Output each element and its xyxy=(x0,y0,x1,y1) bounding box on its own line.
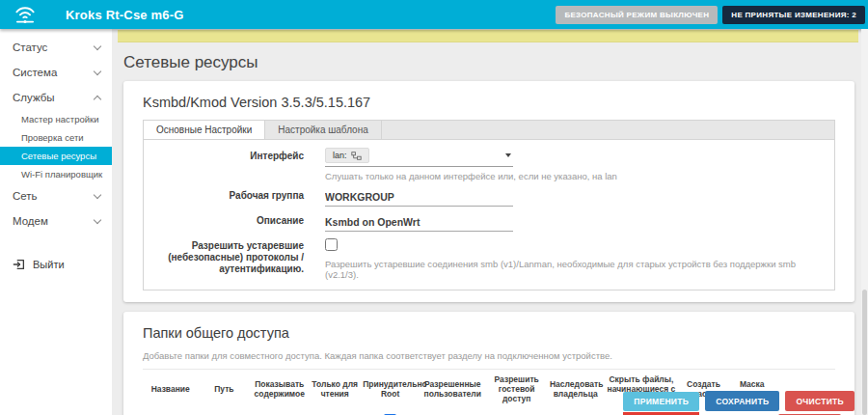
workgroup-input[interactable] xyxy=(325,189,513,207)
col-allowed-users: Разрешенные пользователи xyxy=(420,370,485,409)
sidebar-item-modem[interactable]: Модем xyxy=(0,208,112,234)
network-bridge-icon xyxy=(351,152,362,160)
sidebar: Статус Система Службы Мастер настройки П… xyxy=(0,29,112,415)
col-path: Путь xyxy=(198,370,250,409)
description-label: Описание xyxy=(157,212,304,232)
shared-folders-title: Папки общего доступа xyxy=(143,325,835,341)
workgroup-label: Рабочая группа xyxy=(157,187,304,207)
scrollbar-thumb[interactable] xyxy=(862,290,867,415)
shared-folders-description: Добавьте папки для совместного доступа. … xyxy=(143,350,835,361)
logout-icon xyxy=(13,258,26,271)
legacy-protocols-checkbox[interactable] xyxy=(325,238,338,251)
legacy-protocols-label: Разрешить устаревшие (небезопасные) прот… xyxy=(157,237,304,280)
legacy-protocols-hint: Разрешить устаревшие соединения smb (v1)… xyxy=(325,259,821,280)
sidebar-item-label: Сеть xyxy=(13,190,38,202)
interface-label: Интерфейс xyxy=(157,148,304,181)
apply-button[interactable]: ПРИМЕНИТЬ xyxy=(623,392,699,411)
notification-bar xyxy=(118,30,858,42)
col-browseable: Показывать содержимое xyxy=(250,370,309,409)
sidebar-subitem-network-check[interactable]: Проверка сети xyxy=(0,128,112,147)
col-name: Название xyxy=(143,370,198,409)
logout-label: Выйти xyxy=(33,259,65,270)
settings-tabbox: Основные Настройки Настройка шаблона Инт… xyxy=(143,120,835,290)
settings-tabbar: Основные Настройки Настройка шаблона xyxy=(144,121,834,140)
device-title: Kroks Rt-Cse m6-G xyxy=(66,8,184,22)
interface-chip-label: lan: xyxy=(333,151,347,160)
footer-actions: ПРИМЕНИТЬ СОХРАНИТЬ ОЧИСТИТЬ xyxy=(623,391,854,411)
sidebar-subitem-setup-wizard[interactable]: Мастер настройки xyxy=(0,110,112,128)
sidebar-item-label: Службы xyxy=(13,92,55,103)
select-caret-icon xyxy=(505,153,511,157)
chevron-down-icon xyxy=(94,67,101,74)
interface-chip-lan[interactable]: lan: xyxy=(325,148,369,163)
sidebar-item-label: Модем xyxy=(13,215,48,227)
logout-button[interactable]: Выйти xyxy=(0,251,112,278)
col-inherit-owner: Наследовать владельца xyxy=(548,370,603,409)
tab-general-settings[interactable]: Основные Настройки xyxy=(144,121,265,139)
app-header: Kroks Rt-Cse m6-G БЕЗОПАСНЫЙ РЕЖИМ ВЫКЛЮ… xyxy=(0,0,868,29)
safe-mode-button[interactable]: БЕЗОПАСНЫЙ РЕЖИМ ВЫКЛЮЧЕН xyxy=(556,6,718,24)
col-guest-access: Разрешить гостевой доступ xyxy=(485,370,548,409)
sidebar-item-label: Статус xyxy=(13,42,47,53)
tab-template-settings[interactable]: Настройка шаблона xyxy=(265,121,381,139)
wifi-antenna-icon xyxy=(13,4,38,25)
sidebar-item-status[interactable]: Статус xyxy=(0,35,112,60)
page-scrollbar[interactable] xyxy=(861,29,868,415)
ksmbd-card-title: Ksmbd/Kmod Version 3.5.3/5.15.167 xyxy=(143,95,835,110)
ksmbd-settings-card: Ksmbd/Kmod Version 3.5.3/5.15.167 Основн… xyxy=(123,81,854,302)
col-read-only: Только для чтения xyxy=(309,370,361,409)
sidebar-item-label: Система xyxy=(13,67,57,78)
col-force-root: Принудительно Root xyxy=(361,370,420,409)
interface-select[interactable]: lan: xyxy=(325,148,513,167)
sidebar-item-system[interactable]: Система xyxy=(0,60,112,85)
reset-button[interactable]: ОЧИСТИТЬ xyxy=(785,391,854,411)
main-content: Сетевые ресурсы Ksmbd/Kmod Version 3.5.3… xyxy=(112,29,868,415)
router-logo xyxy=(0,4,50,25)
page-title: Сетевые ресурсы xyxy=(123,53,868,72)
general-settings-panel: Интерфейс lan: xyxy=(144,140,834,290)
unsaved-changes-button[interactable]: НЕ ПРИНЯТЫЕ ИЗМЕНЕНИЯ: 2 xyxy=(722,6,865,24)
save-button[interactable]: СОХРАНИТЬ xyxy=(705,391,779,411)
description-input[interactable] xyxy=(325,214,513,232)
sidebar-subitem-wifi-scheduler[interactable]: Wi-Fi планировщик xyxy=(0,165,112,183)
sidebar-item-network[interactable]: Сеть xyxy=(0,183,112,208)
sidebar-subitem-network-shares[interactable]: Сетевые ресурсы xyxy=(0,147,112,165)
chevron-down-icon xyxy=(94,215,101,223)
interface-hint: Слушать только на данном интерфейсе или,… xyxy=(325,171,821,181)
sidebar-item-services[interactable]: Службы xyxy=(0,85,112,110)
chevron-up-icon xyxy=(94,95,101,102)
chevron-down-icon xyxy=(94,190,101,198)
chevron-down-icon xyxy=(94,42,101,49)
